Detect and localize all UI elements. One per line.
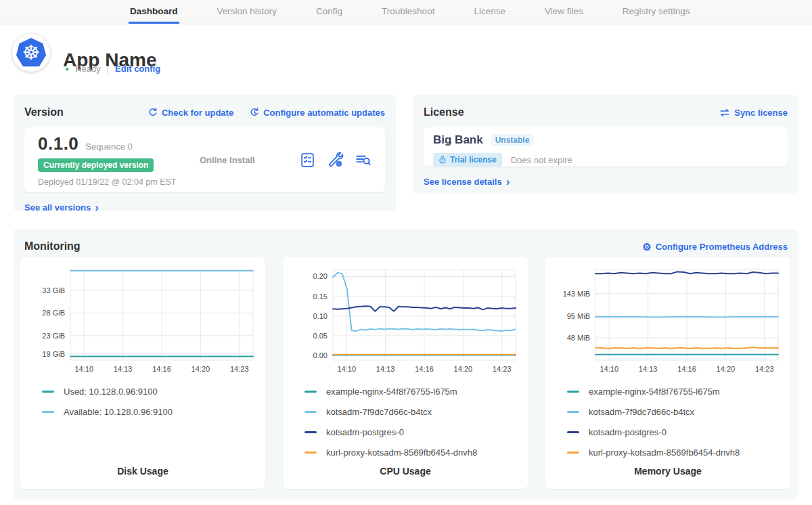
legend-item: kotsadm-postgres-0 [304,427,521,437]
tab-dashboard[interactable]: Dashboard [129,0,179,24]
svg-text:23 GiB: 23 GiB [42,332,65,340]
license-expiry-label: Does not expire [511,155,572,165]
svg-text:14:10: 14:10 [337,365,356,373]
legend-label: kotsadm-7f9dc7d66c-b4tcx [589,407,694,417]
svg-text:14:20: 14:20 [717,365,736,373]
chart-card-memory-usage: 143 MiB95 MiB48 MiB14:1014:1314:1614:201… [545,257,790,489]
version-number: 0.1.0 [38,133,78,154]
schedule-clock-icon [250,108,259,117]
edit-config-link[interactable]: Edit config [115,64,160,74]
legend-item: kurl-proxy-kotsadm-8569fb6454-dnvh8 [304,447,521,458]
legend-label: kurl-proxy-kotsadm-8569fb6454-dnvh8 [589,447,740,458]
chevron-right-icon: › [95,204,99,211]
charts-row: 33 GiB28 GiB23 GiB19 GiB14:1014:1314:161… [14,229,798,500]
configure-automatic-updates-label: Configure automatic updates [263,108,385,118]
tab-registry-settings[interactable]: Registry settings [621,0,692,24]
svg-text:19 GiB: 19 GiB [42,350,65,358]
current-version-card: 0.1.0 Sequence 0 Currently deployed vers… [24,127,385,192]
currently-deployed-badge: Currently deployed version [38,158,154,172]
svg-text:14:20: 14:20 [454,365,473,373]
svg-text:14:10: 14:10 [74,365,93,373]
divider: | [107,64,109,74]
legend-label: kotsadm-7f9dc7d66c-b4tcx [326,407,432,417]
svg-text:14:10: 14:10 [600,365,618,373]
chart-plot-memory-usage: 143 MiB95 MiB48 MiB14:1014:1314:1614:201… [552,264,784,375]
chart-card-disk-usage: 33 GiB28 GiB23 GiB19 GiB14:1014:1314:161… [20,257,265,489]
svg-text:0.00: 0.00 [313,351,328,359]
legend-item: example-nginx-54f8f76755-l675m [567,387,784,397]
see-all-versions-link[interactable]: See all versions › [24,202,99,213]
check-for-update-label: Check for update [162,108,233,118]
view-logs-icon[interactable] [355,152,371,169]
legend-label: Used: 10.128.0.96:9100 [64,387,158,397]
svg-text:0.20: 0.20 [313,272,328,280]
version-section-title: Version [24,106,64,118]
sync-arrows-icon [719,108,730,117]
license-section: License Sync license Big Bank Unstable T… [413,95,798,194]
chevron-right-icon: › [506,179,510,185]
chart-plot-cpu-usage: 0.200.150.100.050.0014:1014:1314:1614:20… [290,264,521,375]
refresh-icon [148,108,158,117]
trial-license-badge: Trial license [433,153,502,167]
svg-text:14:16: 14:16 [415,365,434,373]
tab-view-files[interactable]: View files [543,0,585,24]
tab-troubleshoot[interactable]: Troubleshoot [380,0,436,24]
legend-item: Available: 10.128.0.96:9100 [42,407,258,417]
legend-label: example-nginx-54f8f76755-l675m [326,387,457,397]
legend-color-dash [42,411,54,413]
svg-text:48 MiB: 48 MiB [567,334,590,342]
version-section: Version Check for update Configure autom… [14,95,396,211]
svg-text:14:23: 14:23 [230,365,249,373]
svg-text:14:13: 14:13 [639,365,658,373]
chart-legend-memory-usage: example-nginx-54f8f76755-l675mkotsadm-7f… [567,387,784,458]
tab-config[interactable]: Config [315,0,344,24]
svg-text:14:13: 14:13 [114,365,133,373]
svg-text:28 GiB: 28 GiB [42,309,65,317]
configure-wrench-icon[interactable] [327,152,344,169]
legend-item: kotsadm-7f9dc7d66c-b4tcx [567,407,784,417]
top-nav: DashboardVersion historyConfigTroublesho… [0,0,812,24]
stopwatch-icon [438,156,447,164]
svg-text:14:23: 14:23 [493,365,512,373]
license-name: Big Bank [433,133,483,147]
svg-text:14:13: 14:13 [376,365,395,373]
legend-item: example-nginx-54f8f76755-l675m [304,387,521,397]
monitoring-section: Monitoring ⚙ Configure Prometheus Addres… [14,229,798,500]
svg-text:14:23: 14:23 [755,365,774,373]
see-license-details-label: See license details [424,177,502,187]
svg-text:0.15: 0.15 [313,292,328,301]
legend-item: kotsadm-7f9dc7d66c-b4tcx [304,407,521,417]
see-all-versions-label: See all versions [24,202,91,213]
channel-badge: Unstable [491,134,535,146]
check-for-update-link[interactable]: Check for update [148,108,233,118]
version-sequence: Sequence 0 [85,141,132,152]
svg-text:14:20: 14:20 [191,365,210,373]
legend-color-dash [567,431,579,433]
license-section-title: License [424,106,464,118]
legend-label: kurl-proxy-kotsadm-8569fb6454-dnvh8 [326,447,477,458]
chart-legend-cpu-usage: example-nginx-54f8f76755-l675mkotsadm-7f… [304,387,521,458]
chart-plot-disk-usage: 33 GiB28 GiB23 GiB19 GiB14:1014:1314:161… [27,264,258,375]
app-status-label: Ready [75,64,101,74]
see-license-details-link[interactable]: See license details › [424,177,510,187]
legend-color-dash [567,411,579,413]
legend-label: Available: 10.128.0.96:9100 [64,407,173,417]
chart-title-disk-usage: Disk Usage [27,466,258,477]
svg-text:95 MiB: 95 MiB [567,312,590,320]
legend-label: example-nginx-54f8f76755-l675m [589,387,720,397]
svg-text:14:16: 14:16 [152,365,171,373]
install-type-label: Online Install [190,155,299,165]
configure-automatic-updates-link[interactable]: Configure automatic updates [250,108,385,118]
tab-version-history[interactable]: Version history [216,0,279,24]
sync-license-link[interactable]: Sync license [719,108,788,118]
chart-legend-disk-usage: Used: 10.128.0.96:9100Available: 10.128.… [42,387,258,417]
legend-item: kurl-proxy-kotsadm-8569fb6454-dnvh8 [567,447,784,458]
svg-text:0.10: 0.10 [313,312,328,320]
legend-label: kotsadm-postgres-0 [326,427,404,437]
license-card: Big Bank Unstable Trial license Does not… [424,127,788,167]
tab-license[interactable]: License [472,0,507,24]
legend-item: Used: 10.128.0.96:9100 [42,387,258,397]
legend-color-dash [42,391,54,393]
preflight-checks-icon[interactable] [299,152,316,169]
svg-text:14:16: 14:16 [677,365,696,373]
